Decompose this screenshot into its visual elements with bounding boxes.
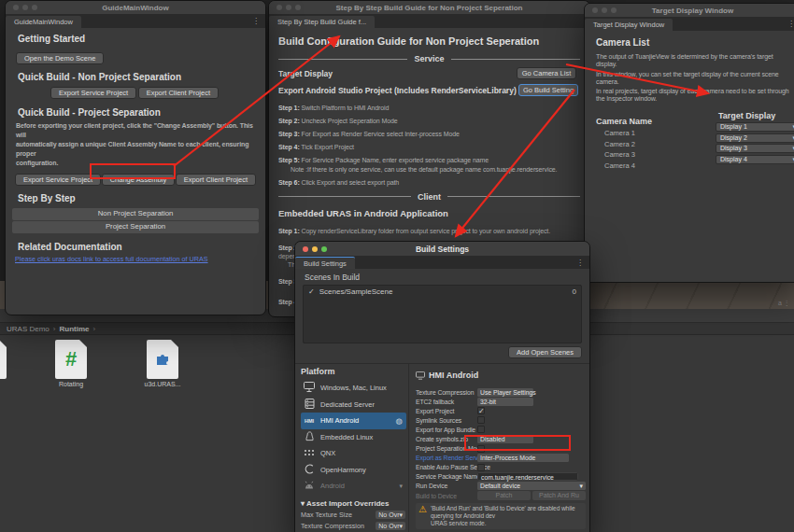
chevron-right-icon: › — [53, 325, 56, 333]
export-service-project-button-2[interactable]: Export Service Project — [15, 174, 101, 186]
chevron-down-icon[interactable]: ▾ — [399, 483, 403, 490]
traffic-light-buttons[interactable] — [13, 5, 37, 10]
service-package-name-field[interactable]: com.tuanjie.renderservice — [477, 472, 578, 481]
android-robot-icon — [303, 481, 316, 492]
tab-build-settings[interactable]: Build Settings — [295, 257, 355, 269]
monitor-icon — [303, 382, 316, 394]
display-dropdown[interactable]: Display 1▾ — [716, 122, 794, 132]
display-dropdown[interactable]: Display 2▾ — [716, 133, 794, 143]
export-service-project-button[interactable]: Export Service Project — [50, 87, 136, 99]
asset-label: u3d.URAS... — [136, 381, 189, 387]
platform-openharmony[interactable]: OpenHarmony — [301, 462, 406, 479]
tab-bar: Step By Step Build Guide f... — [269, 15, 589, 28]
separation-description: Before exporting your client project, cl… — [16, 121, 260, 168]
hmi-logo-icon: HMI — [303, 418, 316, 424]
camera-list-heading: Camera List — [596, 37, 789, 48]
scene-row[interactable]: ✓ Scenes/SampleScene 0 — [304, 286, 581, 298]
project-separation-checkbox[interactable] — [477, 445, 485, 453]
export-client-project-button-2[interactable]: Export Client Project — [176, 174, 256, 186]
setting-row-render-service: Export as Render Service Inter-Process M… — [416, 454, 589, 463]
platform-embedded-linux[interactable]: Embedded Linux — [301, 429, 406, 446]
breadcrumb-root[interactable]: URAS Demo — [7, 325, 50, 333]
max-texture-size-dropdown[interactable]: No Ovr▾ — [376, 511, 405, 519]
client-step-1: Step 1: Copy renderServiceLibrary folder… — [278, 228, 580, 236]
platform-dedicated-server[interactable]: Dedicated Server — [301, 397, 406, 413]
chevron-down-icon: ▾ — [399, 511, 403, 518]
tab-guide[interactable]: GuideMainWindow — [6, 16, 81, 28]
selected-platform-heading: HMI Android — [429, 371, 478, 380]
open-demo-scene-button[interactable]: Open the Demo Scene — [16, 52, 104, 64]
window-title: Build Settings — [295, 245, 589, 254]
export-app-bundle-checkbox[interactable] — [477, 426, 485, 433]
patch-and-run-button[interactable]: Patch And Ru — [532, 491, 586, 500]
texture-compression-dropdown[interactable]: No Ovr▾ — [376, 522, 405, 530]
export-client-project-button[interactable]: Export Client Project — [138, 87, 219, 99]
unity-editor-screenshot: { "icons": { "kebab": "⋮", "caret_down":… — [0, 0, 794, 532]
symbols-zip-dropdown[interactable]: Disabled — [477, 435, 533, 443]
breadcrumb-current[interactable]: Runtime — [59, 325, 89, 333]
run-device-dropdown[interactable]: Default device▾ — [477, 482, 586, 490]
display-dropdown[interactable]: Display 4▾ — [716, 155, 794, 164]
setting-row-etc2-fallback: ETC2 fallback 32-bit — [416, 397, 589, 406]
go-camera-list-button[interactable]: Go Camera List — [517, 67, 576, 79]
setting-row-symlink-sources: Symlink Sources — [416, 415, 589, 425]
traffic-light-buttons[interactable] — [592, 7, 617, 13]
guide-titlebar[interactable]: GuideMainWindow — [6, 1, 265, 15]
export-android-label: Export Android Studio Project (Includes … — [278, 86, 517, 95]
target-titlebar[interactable]: Target Display Window — [585, 4, 794, 18]
patch-button[interactable]: Patch — [477, 491, 531, 500]
kebab-menu-icon[interactable]: ⋮ — [576, 259, 584, 267]
build-settings-window: Build Settings Build Settings ⋮ Scenes I… — [294, 241, 590, 532]
chevron-down-icon: ▾ — [580, 482, 583, 490]
window-title: GuideMainWindow — [6, 4, 265, 12]
symlink-sources-checkbox[interactable] — [477, 416, 485, 424]
traffic-light-buttons[interactable] — [276, 5, 301, 10]
export-project-checkbox[interactable]: ✓ — [477, 407, 485, 414]
non-project-separation-button[interactable]: Non Project Separation — [12, 208, 259, 220]
auto-pause-checkbox[interactable] — [477, 464, 485, 471]
asset-tile-partial[interactable] — [0, 340, 17, 379]
setting-row-package-name: Service Package Name com.tuanjie.renders… — [416, 472, 589, 482]
project-separation-button[interactable]: Project Separation — [12, 221, 259, 233]
kebab-menu-icon[interactable]: ⋮ — [787, 20, 794, 28]
texture-compression-override-label: Texture Compression — [301, 522, 364, 530]
script-file-icon — [0, 340, 7, 379]
add-open-scenes-button[interactable]: Add Open Scenes — [508, 346, 582, 358]
build-settings-titlebar[interactable]: Build Settings — [295, 242, 589, 257]
service-divider: Service — [278, 54, 580, 63]
scene-name: Scenes/SampleScene — [319, 287, 393, 296]
open-circle-icon — [303, 464, 316, 476]
csharp-script-icon: # — [55, 340, 87, 379]
camera-list-description: The output of TuanjieView is determined … — [596, 53, 789, 68]
display-dropdown[interactable]: Display 3▾ — [716, 144, 794, 153]
tab-target-display[interactable]: Target Display Window — [585, 19, 673, 31]
camera-row: Camera 4 Display 4▾ — [596, 155, 789, 165]
asset-tile-plugin[interactable]: u3d.URAS... — [136, 340, 189, 387]
chevron-down-icon: ▾ — [399, 523, 403, 529]
scenes-list[interactable]: ✓ Scenes/SampleScene 0 — [303, 285, 582, 343]
uras-docs-link[interactable]: Please click uras docs link to access fu… — [15, 255, 208, 263]
foldout-arrow-icon[interactable]: ▾ — [301, 499, 305, 508]
platform-hmi-android[interactable]: HMI HMI Android ◍ — [301, 413, 406, 429]
platform-windows[interactable]: Windows, Mac, Linux — [301, 380, 406, 397]
platform-qnx[interactable]: QNX — [301, 445, 406, 462]
change-assembly-button[interactable]: Change Assembly — [102, 174, 175, 186]
tab-stepbystep[interactable]: Step By Step Build Guide f... — [269, 16, 375, 28]
asset-label: Rotating — [45, 381, 97, 387]
camera-row: Camera 3 Display 3▾ — [596, 144, 789, 154]
render-service-mode-dropdown[interactable]: Inter-Process Mode — [477, 454, 569, 462]
etc2-fallback-dropdown[interactable]: 32-bit — [477, 398, 533, 406]
asset-tile-rotating[interactable]: # Rotating — [45, 340, 97, 387]
quick-build-non-heading: Quick Build - Non Project Separation — [18, 72, 260, 82]
texture-compression-dropdown[interactable]: Use Player Settings — [477, 388, 533, 397]
scene-checkbox[interactable]: ✓ — [308, 287, 315, 296]
scene-overlay-glyphs: a ⋮ — [778, 300, 790, 307]
go-build-setting-button[interactable]: Go Build Setting — [518, 84, 578, 96]
traffic-light-buttons[interactable] — [303, 246, 327, 252]
related-documentation-heading: Related Documentation — [18, 242, 260, 252]
kebab-menu-icon[interactable]: ⋮ — [252, 17, 260, 25]
stepbystep-titlebar[interactable]: Step By Step Build Guide for Non Project… — [269, 1, 589, 15]
service-step-2: Step 2: Uncheck Project Seperation Mode — [278, 118, 580, 126]
platform-android[interactable]: Android ▾ — [301, 478, 406, 495]
platform-label: Platform — [301, 367, 406, 376]
